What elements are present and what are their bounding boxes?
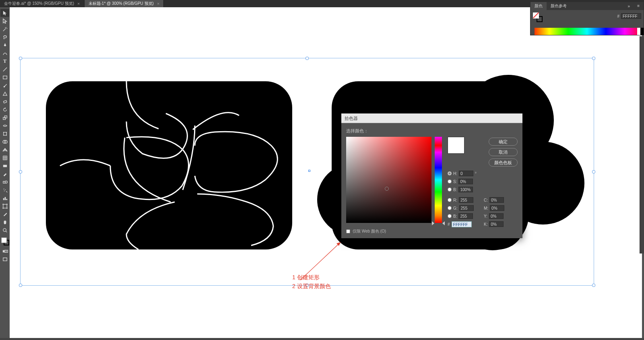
hex-input[interactable]: FFFFFF [452, 221, 472, 227]
column-graph-tool[interactable] [0, 194, 9, 202]
cancel-button[interactable]: 取消 [489, 148, 518, 156]
shape-builder-tool[interactable] [0, 138, 9, 146]
panel-tabs: 颜色 颜色参考 » ≡ [530, 2, 644, 10]
panel-hex-row: # FFFFFF [617, 13, 641, 19]
c-input[interactable]: 0% [489, 197, 504, 203]
spectrum-bw[interactable] [637, 28, 644, 35]
hsb-s-radio[interactable] [448, 179, 452, 183]
web-only-label: 仅限 Web 颜色 (O) [353, 229, 386, 234]
svg-point-22 [3, 228, 6, 231]
panel-fill-stroke[interactable] [533, 12, 543, 22]
label: Y: [484, 214, 487, 218]
curvature-tool[interactable] [0, 49, 9, 57]
hue-handle[interactable] [432, 221, 434, 225]
resize-handle[interactable] [592, 284, 595, 287]
h-input[interactable]: 0 [459, 171, 473, 176]
r-input[interactable]: 255 [459, 197, 473, 203]
label: K: [484, 222, 487, 227]
resize-handle[interactable] [19, 170, 22, 173]
svg-point-15 [3, 188, 4, 189]
scale-tool[interactable] [0, 113, 9, 122]
hue-slider[interactable] [435, 137, 442, 223]
rectangle-tool[interactable] [0, 73, 9, 81]
panel-dock-strip[interactable] [640, 36, 644, 253]
magic-wand-tool[interactable] [0, 25, 9, 33]
color-spectrum[interactable] [530, 28, 644, 35]
y-input[interactable]: 0% [489, 213, 504, 219]
type-tool[interactable]: T [0, 57, 9, 65]
sv-cursor[interactable] [385, 187, 389, 191]
direct-selection-tool[interactable] [0, 17, 9, 25]
free-transform-tool[interactable] [0, 130, 9, 138]
close-icon[interactable]: × [77, 1, 80, 6]
b-input[interactable]: 255 [458, 213, 473, 219]
swatches-button[interactable]: 颜色色板 [489, 159, 518, 167]
hsb-h-row: H: 0 ° [448, 171, 481, 176]
document-tab[interactable]: 未标题-1* @ 300% (RGB/GPU 预览) × [85, 0, 164, 7]
symbol-sprayer-tool[interactable] [0, 186, 9, 194]
k-input[interactable]: 0% [489, 221, 504, 227]
g-input[interactable]: 255 [459, 205, 474, 211]
resize-handle[interactable] [19, 284, 22, 287]
panel-menu-icon[interactable]: ≡ [633, 2, 644, 10]
paintbrush-tool[interactable] [0, 81, 9, 89]
cmyk-c-row: C: 0% [484, 197, 504, 203]
rgb-b-radio[interactable] [448, 214, 452, 218]
mesh-tool[interactable] [0, 154, 9, 162]
web-only-check[interactable] [346, 229, 350, 233]
line-tool[interactable] [0, 65, 9, 73]
spectrum-none[interactable] [530, 28, 535, 35]
hsb-h-radio[interactable] [448, 171, 452, 175]
close-icon[interactable]: × [157, 1, 159, 6]
blend-tool[interactable] [0, 178, 9, 186]
tools-panel: T [0, 7, 10, 338]
fill-stroke-swatch[interactable] [0, 237, 9, 245]
dialog-title[interactable]: 拾色器 [341, 113, 522, 123]
svg-rect-2 [3, 117, 5, 120]
eyedropper-tool[interactable] [0, 170, 9, 178]
hue-handle[interactable] [442, 221, 445, 225]
lasso-tool[interactable] [0, 33, 9, 41]
gradient-tool[interactable] [0, 162, 9, 170]
svg-rect-13 [3, 181, 5, 183]
label: S: [453, 179, 457, 184]
color-panel: 颜色 颜色参考 » ≡ # FFFFFF [530, 2, 644, 35]
hex-label: # [448, 222, 450, 227]
panel-hex-input[interactable]: FFFFFF [621, 13, 641, 19]
fill-swatch[interactable] [1, 237, 7, 243]
hand-tool[interactable] [0, 218, 9, 226]
rotate-tool[interactable] [0, 105, 9, 113]
shaper-tool[interactable] [0, 89, 9, 97]
eraser-tool[interactable] [0, 97, 9, 105]
document-tab[interactable]: 金牛迎春.ai* @ 150% (RGB/GPU 预览) × [0, 0, 85, 7]
saturation-value-field[interactable] [346, 137, 431, 223]
resize-handle[interactable] [592, 170, 595, 173]
ok-button[interactable]: 确定 [489, 138, 518, 146]
resize-handle[interactable] [19, 57, 22, 60]
svg-point-6 [6, 132, 7, 132]
width-tool[interactable] [0, 122, 9, 130]
resize-handle[interactable] [305, 57, 309, 60]
color-mode-toggle[interactable] [0, 247, 9, 255]
svg-rect-24 [4, 250, 6, 252]
zoom-tool[interactable] [0, 226, 9, 234]
canvas[interactable]: 1 创建矩形 2 设置背景颜色 拾色器 选择颜色： 确定 取消 颜色色板 H: … [10, 7, 643, 338]
screen-mode-toggle[interactable] [0, 255, 9, 263]
perspective-grid-tool[interactable] [0, 146, 9, 154]
m-input[interactable]: 0% [490, 205, 504, 211]
rgb-g-radio[interactable] [448, 206, 452, 210]
selection-tool[interactable] [0, 9, 9, 17]
artboard-tool[interactable] [0, 202, 9, 210]
bv-input[interactable]: 100% [458, 187, 473, 192]
s-input[interactable]: 0% [458, 179, 473, 184]
tab-color-guide[interactable]: 颜色参考 [547, 2, 571, 10]
rgb-r-radio[interactable] [448, 198, 452, 202]
web-only-checkbox[interactable]: 仅限 Web 颜色 (O) [346, 229, 386, 234]
panel-fill-swatch[interactable] [533, 12, 539, 19]
tab-color[interactable]: 颜色 [530, 2, 547, 10]
slice-tool[interactable] [0, 210, 9, 218]
pen-tool[interactable] [0, 41, 9, 49]
resize-handle[interactable] [592, 57, 595, 60]
hsb-b-radio[interactable] [448, 188, 452, 192]
panel-more-icon[interactable]: » [625, 4, 634, 8]
